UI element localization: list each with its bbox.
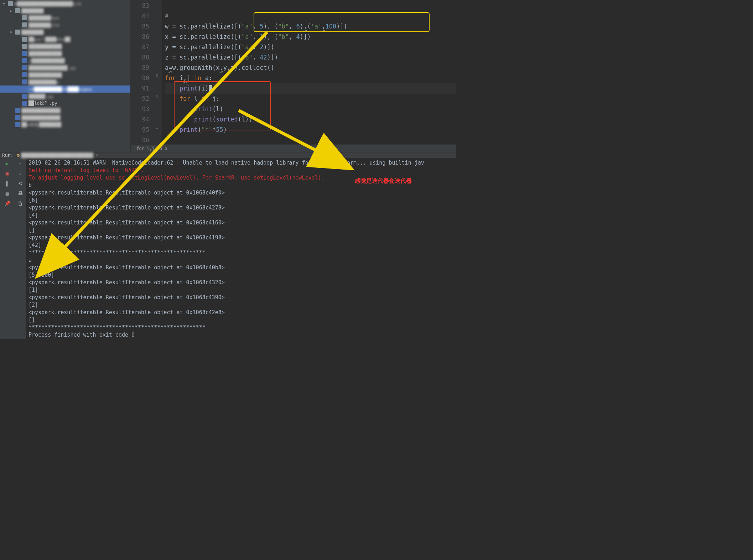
- line-number[interactable]: 86: [131, 32, 149, 42]
- py-icon: [22, 101, 27, 106]
- tree-item-label: ████████████: [28, 51, 62, 56]
- code-line[interactable]: z = sc.parallelize([("b", 42)]): [165, 52, 456, 63]
- line-number[interactable]: 83: [131, 1, 149, 11]
- tree-item[interactable]: c████████████: [0, 57, 130, 64]
- console-line: <pyspark.resultiterable.ResultIterable o…: [28, 264, 456, 271]
- folder-icon: [22, 22, 27, 27]
- tree-item[interactable]: ██████████████: [0, 107, 130, 114]
- annotation-yellow-box: [254, 12, 430, 32]
- tree-item-label: ██████████████: [21, 108, 61, 113]
- tree-item-label: ██████████y: [28, 79, 59, 85]
- code-line[interactable]: [165, 1, 456, 11]
- play-icon[interactable]: ▶: [4, 161, 10, 166]
- tree-item[interactable]: ▼████████: [0, 28, 130, 36]
- pause-icon[interactable]: ‖: [4, 181, 10, 186]
- line-number[interactable]: 91: [131, 83, 149, 94]
- tree-item[interactable]: ▶████████: [0, 7, 130, 14]
- tree-item-label: ████████: [21, 8, 44, 14]
- console-line: Process finished with exit code 0: [28, 331, 456, 339]
- line-number[interactable]: 96: [131, 135, 149, 145]
- line-number[interactable]: 94: [131, 114, 149, 125]
- up-arrow-icon[interactable]: ↑: [17, 161, 23, 166]
- console-line: [5, 100]: [28, 271, 456, 279]
- chevron-icon[interactable]: ▶: [10, 9, 14, 13]
- chevron-icon[interactable]: ▼: [10, 30, 14, 34]
- console-output[interactable]: 2019-02-26 20:16:51 WARN NativeCodeLoade…: [26, 158, 456, 339]
- breadcrumb-item[interactable]: for i,j in a: [136, 146, 167, 151]
- folder-icon: [8, 1, 13, 6]
- py-icon: [22, 94, 27, 99]
- pin-icon[interactable]: 📌: [4, 201, 10, 206]
- tree-item[interactable]: ██████.py: [0, 93, 130, 100]
- python-icon: ⚙: [17, 152, 20, 158]
- tree-item-label: ██parl████eho██: [28, 37, 70, 42]
- layout-icon[interactable]: ▤: [4, 191, 10, 196]
- wrap-icon[interactable]: ⟲: [17, 181, 23, 186]
- tree-item[interactable]: ██████████████: [0, 114, 130, 121]
- run-label: Run:: [2, 152, 13, 158]
- console-line: <pyspark.resultiterable.ResultIterable o…: [28, 279, 456, 286]
- tree-item[interactable]: rd██████████nb████oupwi: [0, 85, 130, 93]
- fold-gutter[interactable]: ⊟⊔⊟⊔: [154, 0, 162, 152]
- tree-item[interactable]: ██████████████.py: [0, 64, 130, 71]
- line-number[interactable]: 93: [131, 104, 149, 114]
- line-number[interactable]: 87: [131, 42, 149, 52]
- console-line: <pyspark.resultiterable.ResultIterable o…: [28, 219, 456, 227]
- tree-item[interactable]: ████████hou: [0, 14, 130, 21]
- run-tab-name[interactable]: ██████████████████████: [21, 152, 93, 158]
- console-line: <pyspark.resultiterable.ResultIterable o…: [28, 294, 456, 301]
- tree-item[interactable]: ████████████: [0, 43, 130, 50]
- tree-item-label: ██████.py: [28, 94, 53, 99]
- code-line[interactable]: x = sc.parallelize([("a", 1), ("b", 4)]): [165, 32, 456, 42]
- fold-icon[interactable]: ⊟: [156, 73, 158, 78]
- trash-icon[interactable]: 🗑: [17, 201, 23, 206]
- py-icon: [22, 72, 27, 77]
- stop-icon[interactable]: ■: [4, 171, 10, 176]
- tree-item[interactable]: ██████████y: [0, 78, 130, 85]
- console-line: []: [28, 316, 456, 324]
- line-number[interactable]: 85: [131, 21, 149, 32]
- py-icon: [22, 87, 27, 92]
- tree-item[interactable]: ████████old: [0, 21, 130, 28]
- line-number[interactable]: 92: [131, 94, 149, 104]
- fold-icon[interactable]: ⊔: [156, 125, 158, 130]
- folder-icon: [22, 44, 27, 49]
- line-number[interactable]: 88: [131, 52, 149, 63]
- run-header: Run: ⚙ ██████████████████████ ×: [0, 152, 456, 158]
- py-icon: [15, 108, 20, 113]
- fold-icon[interactable]: ⊟: [156, 94, 158, 99]
- console-line: []: [28, 227, 456, 234]
- code-line[interactable]: y = sc.parallelize([("a", 2)]): [165, 42, 456, 52]
- tree-item-label: ████████: [21, 30, 44, 35]
- console-line: <pyspark.resultiterable.ResultIterable o…: [28, 234, 456, 242]
- line-number[interactable]: 90: [131, 73, 149, 83]
- tree-item[interactable]: ████████████: [0, 71, 130, 78]
- folder-icon: [22, 15, 27, 20]
- tree-item[interactable]: ██s模板████████: [0, 121, 130, 128]
- tree-item-label: rd██████████nb████oupwi: [28, 87, 93, 92]
- project-tree[interactable]: ▼m████████████████████e/m▶██████████████…: [0, 0, 131, 152]
- fold-icon[interactable]: ⊔: [156, 83, 158, 88]
- breadcrumb[interactable]: for i,j in a: [131, 144, 456, 152]
- line-number[interactable]: 95: [131, 125, 149, 135]
- py-icon: [22, 65, 27, 70]
- py-icon: [22, 58, 27, 63]
- console-line: [6]: [28, 197, 456, 204]
- tree-item-label: m████████████████████e/m: [14, 1, 81, 6]
- chevron-icon[interactable]: ▼: [3, 2, 6, 6]
- tree-item[interactable]: ██ld操作.py: [0, 100, 130, 107]
- code-line[interactable]: a=w.groupWith(x,y,z).collect(): [165, 63, 456, 73]
- line-number[interactable]: 89: [131, 63, 149, 73]
- py-icon: [15, 115, 20, 120]
- down-arrow-icon[interactable]: ↓: [17, 171, 23, 176]
- console-line: Setting default log level to "WARN".: [28, 167, 456, 174]
- close-icon[interactable]: ×: [95, 152, 98, 158]
- tree-item[interactable]: ▼m████████████████████e/m: [0, 0, 130, 7]
- py-icon: [22, 51, 27, 56]
- code-line[interactable]: [165, 135, 456, 145]
- line-number[interactable]: 84: [131, 11, 149, 21]
- print-icon[interactable]: 🖶: [17, 191, 23, 196]
- console-line: [4]: [28, 212, 456, 219]
- tree-item[interactable]: ██parl████eho██: [0, 36, 130, 43]
- tree-item[interactable]: ████████████: [0, 50, 130, 57]
